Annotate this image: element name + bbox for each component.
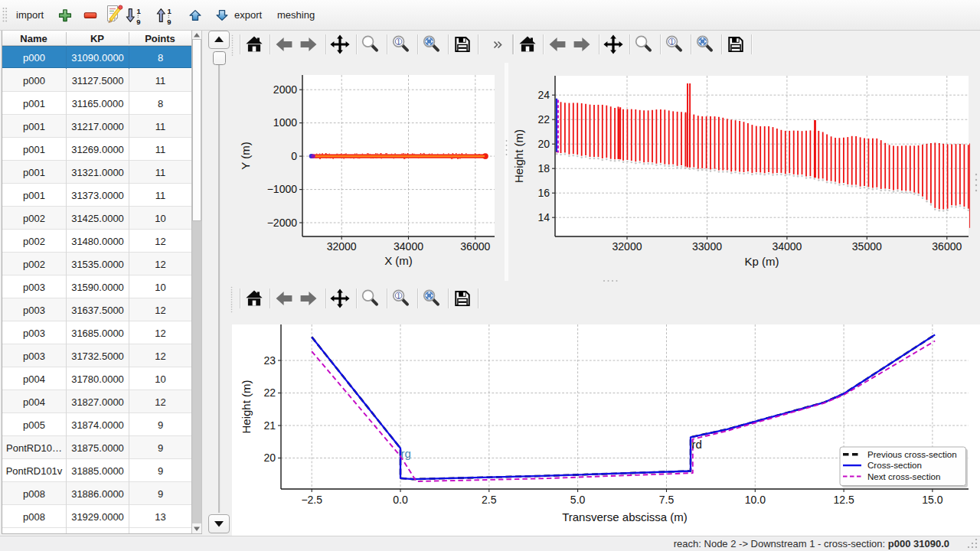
svg-text:32000: 32000 [327, 240, 357, 253]
svg-text:X (m): X (m) [384, 254, 413, 267]
svg-text:24: 24 [537, 89, 550, 101]
svg-text:Y (m): Y (m) [239, 142, 252, 169]
svg-text:1: 1 [136, 7, 141, 15]
svg-text:9: 9 [167, 18, 171, 24]
svg-text:21: 21 [263, 419, 276, 432]
svg-text:18: 18 [537, 162, 550, 174]
svg-text:Height (m): Height (m) [512, 129, 525, 183]
svg-text:Previous cross-section: Previous cross-section [867, 449, 957, 459]
svg-text:7.5: 7.5 [659, 494, 675, 506]
svg-text:14: 14 [537, 211, 550, 223]
svg-text:−2000: −2000 [267, 217, 298, 229]
svg-text:rd: rd [692, 438, 702, 451]
svg-text:34000: 34000 [394, 240, 423, 253]
svg-text:2000: 2000 [273, 83, 297, 96]
svg-text:5.0: 5.0 [570, 494, 586, 506]
svg-text:Height (m): Height (m) [240, 380, 253, 433]
svg-text:Transverse abscissa (m): Transverse abscissa (m) [562, 510, 688, 523]
svg-text:0: 0 [291, 150, 297, 162]
svg-text:22: 22 [537, 113, 550, 126]
svg-text:23: 23 [263, 354, 276, 367]
svg-text:20: 20 [537, 138, 550, 150]
svg-text:Cross-section: Cross-section [867, 460, 922, 470]
svg-text:12.5: 12.5 [833, 494, 854, 506]
svg-text:rg: rg [401, 447, 411, 460]
svg-text:1000: 1000 [273, 116, 297, 129]
svg-text:20: 20 [263, 452, 276, 464]
svg-text:15.0: 15.0 [922, 494, 942, 506]
svg-text:−2.5: −2.5 [301, 494, 322, 506]
svg-text:1: 1 [397, 37, 401, 46]
svg-text:1: 1 [167, 7, 172, 15]
svg-text:36000: 36000 [932, 240, 962, 253]
svg-text:35000: 35000 [852, 240, 882, 253]
svg-text:2.5: 2.5 [482, 494, 497, 506]
svg-text:16: 16 [537, 187, 550, 199]
svg-text:9: 9 [136, 18, 140, 24]
svg-text:1: 1 [397, 291, 401, 300]
svg-text:32000: 32000 [612, 240, 642, 253]
svg-text:33000: 33000 [692, 240, 722, 253]
svg-text:Next cross-section: Next cross-section [867, 471, 940, 481]
svg-text:−1000: −1000 [267, 183, 298, 195]
svg-text:0.0: 0.0 [393, 494, 408, 506]
svg-text:22: 22 [263, 386, 276, 399]
svg-text:10.0: 10.0 [745, 494, 766, 506]
svg-text:34000: 34000 [772, 240, 802, 253]
svg-text:1: 1 [670, 37, 675, 46]
svg-text:36000: 36000 [460, 240, 490, 253]
svg-text:Kp (m): Kp (m) [745, 255, 779, 268]
